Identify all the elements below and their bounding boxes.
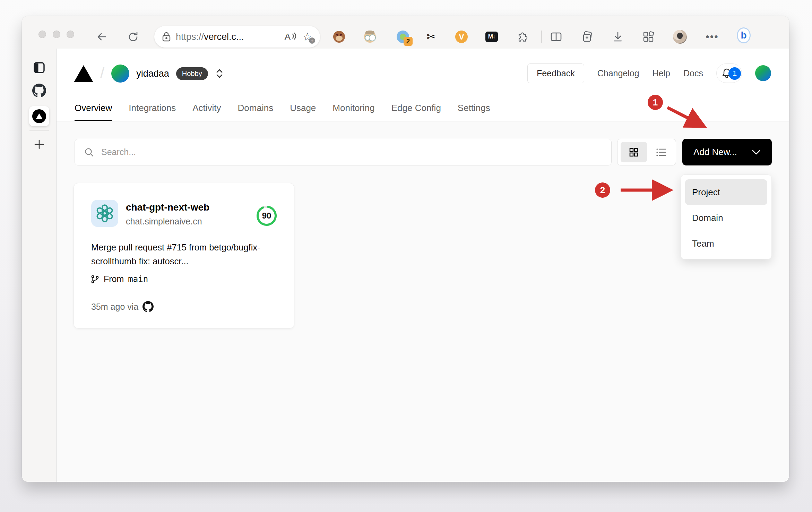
github-icon bbox=[142, 301, 154, 312]
downloads-icon[interactable] bbox=[611, 30, 625, 44]
zoom-button[interactable] bbox=[67, 31, 74, 38]
browser-window: https://vercel.c... A ☆+ 2 ✂ V M↓ bbox=[22, 16, 789, 482]
team-name: yidadaa bbox=[136, 68, 169, 79]
extension-badge: 2 bbox=[404, 37, 413, 46]
project-search[interactable] bbox=[75, 139, 612, 165]
breadcrumb-slash: / bbox=[100, 64, 104, 82]
branch-row: From main bbox=[90, 274, 148, 284]
deployment-meta: 35m ago via bbox=[91, 301, 154, 312]
apps-grid-icon[interactable] bbox=[641, 30, 655, 44]
branch-label: From bbox=[104, 274, 124, 284]
tab-domains[interactable]: Domains bbox=[238, 103, 274, 121]
markdownload-extension-icon[interactable]: M↓ bbox=[485, 30, 499, 44]
git-branch-icon bbox=[90, 274, 100, 284]
tab-settings[interactable]: Settings bbox=[458, 103, 490, 121]
docs-link[interactable]: Docs bbox=[683, 68, 703, 78]
close-button[interactable] bbox=[38, 31, 46, 38]
new-tab-plus-icon[interactable] bbox=[22, 138, 57, 151]
more-menu-icon[interactable]: ••• bbox=[705, 30, 719, 44]
list-view-button[interactable] bbox=[650, 142, 673, 162]
extensions-puzzle-icon[interactable] bbox=[516, 30, 529, 44]
notifications-button[interactable]: 1 bbox=[716, 63, 742, 83]
toolbar-divider bbox=[541, 31, 542, 43]
minimize-button[interactable] bbox=[53, 31, 60, 38]
openai-logo-icon bbox=[91, 200, 118, 227]
help-link[interactable]: Help bbox=[653, 68, 670, 78]
profile-avatar[interactable] bbox=[673, 30, 687, 44]
tab-panel-icon[interactable] bbox=[22, 61, 57, 74]
search-icon bbox=[84, 147, 94, 157]
tab-edge-config[interactable]: Edge Config bbox=[391, 103, 441, 121]
tab-integrations[interactable]: Integrations bbox=[129, 103, 176, 121]
commit-message: Merge pull request #715 from betgo/bugfi… bbox=[91, 240, 278, 268]
add-new-button[interactable]: Add New... bbox=[682, 139, 772, 165]
tab-activity[interactable]: Activity bbox=[192, 103, 221, 121]
tab-overview[interactable]: Overview bbox=[75, 103, 112, 121]
projects-content: Add New... bbox=[57, 121, 789, 482]
annotation-step-1: 1 bbox=[648, 95, 663, 110]
dashboard-tabs: Overview Integrations Activity Domains U… bbox=[75, 103, 490, 121]
dropdown-item-domain[interactable]: Domain bbox=[685, 205, 767, 231]
plan-badge: Hobby bbox=[176, 67, 208, 80]
list-view-icon bbox=[656, 147, 667, 157]
view-toggle bbox=[617, 139, 676, 165]
deployed-time: 35m ago via bbox=[91, 302, 138, 312]
feedback-button[interactable]: Feedback bbox=[527, 63, 584, 83]
annotation-step-2: 2 bbox=[595, 182, 610, 198]
dropdown-item-project[interactable]: Project bbox=[685, 179, 767, 205]
add-new-dropdown: Project Domain Team bbox=[681, 174, 772, 259]
dashboard-header: / yidadaa Hobby Feedback Changelog Help … bbox=[57, 49, 789, 121]
address-bar[interactable]: https://vercel.c... A ☆+ bbox=[154, 26, 320, 48]
avatar-extension-icon[interactable] bbox=[363, 30, 377, 44]
project-card[interactable]: chat-gpt-next-web chat.simplenaive.cn 90… bbox=[74, 183, 294, 328]
split-screen-icon[interactable] bbox=[549, 30, 563, 44]
project-domain[interactable]: chat.simplenaive.cn bbox=[126, 216, 209, 227]
search-input[interactable] bbox=[101, 147, 602, 157]
grid-view-button[interactable] bbox=[621, 142, 647, 162]
read-aloud-icon[interactable]: A bbox=[284, 31, 297, 42]
changelog-link[interactable]: Changelog bbox=[597, 68, 639, 78]
dropdown-item-team[interactable]: Team bbox=[685, 231, 767, 256]
vercel-logo bbox=[74, 65, 93, 82]
url-text: https://vercel.c... bbox=[176, 32, 279, 42]
team-switcher[interactable]: / yidadaa Hobby bbox=[74, 59, 223, 88]
score-value: 90 bbox=[256, 205, 278, 227]
collections-icon[interactable] bbox=[580, 30, 594, 44]
branch-name: main bbox=[128, 274, 148, 284]
team-switcher-chevrons-icon[interactable] bbox=[216, 69, 223, 78]
team-avatar bbox=[111, 65, 129, 83]
chevron-down-icon bbox=[752, 150, 761, 155]
tab-monitoring[interactable]: Monitoring bbox=[332, 103, 374, 121]
sidebar-divider bbox=[29, 130, 49, 131]
notification-count-badge: 1 bbox=[728, 67, 741, 80]
user-avatar[interactable] bbox=[755, 65, 771, 81]
back-icon[interactable] bbox=[95, 30, 109, 44]
tab-usage[interactable]: Usage bbox=[290, 103, 316, 121]
vercel-tab-active[interactable] bbox=[22, 106, 57, 126]
svg-text:A: A bbox=[284, 32, 291, 42]
project-name[interactable]: chat-gpt-next-web bbox=[126, 202, 209, 213]
translate-extension-icon[interactable]: 2 bbox=[396, 30, 410, 44]
vercel-favicon bbox=[32, 109, 46, 123]
vercel-dashboard-page: / yidadaa Hobby Feedback Changelog Help … bbox=[57, 49, 789, 482]
v-extension-icon[interactable]: V bbox=[455, 30, 468, 44]
lighthouse-score-ring: 90 bbox=[256, 205, 278, 227]
tampermonkey-extension-icon[interactable] bbox=[332, 30, 346, 44]
browser-toolbar: https://vercel.c... A ☆+ 2 ✂ V M↓ bbox=[22, 16, 789, 49]
bing-chat-icon[interactable]: b bbox=[737, 28, 751, 42]
scissors-extension-icon[interactable]: ✂ bbox=[424, 30, 438, 44]
lock-icon bbox=[162, 32, 171, 42]
browser-sidebar bbox=[22, 49, 57, 482]
grid-view-icon bbox=[629, 147, 639, 157]
github-tab-icon[interactable] bbox=[22, 84, 57, 97]
refresh-icon[interactable] bbox=[126, 30, 139, 44]
favorite-star-icon[interactable]: ☆+ bbox=[302, 31, 312, 42]
